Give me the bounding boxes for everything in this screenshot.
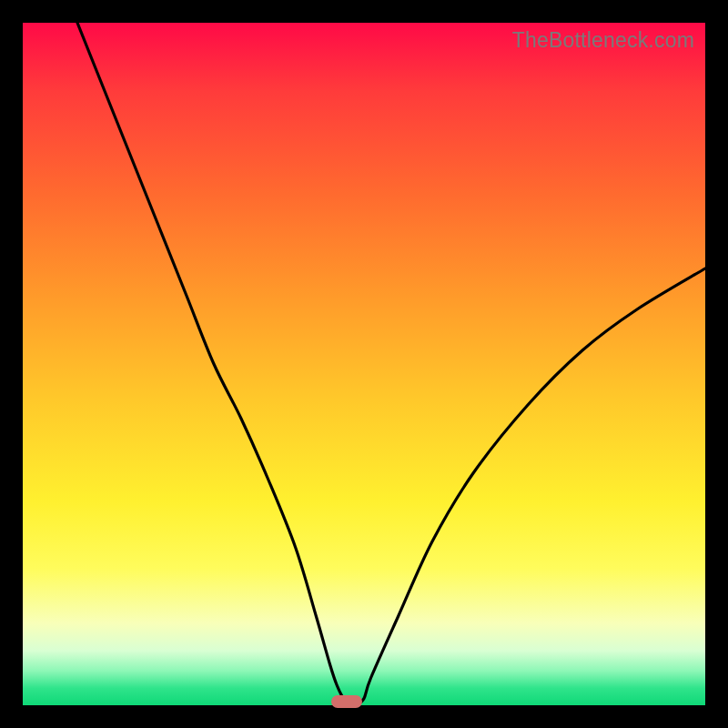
plot-area: TheBottleneck.com <box>23 23 705 705</box>
curve-path <box>77 23 705 704</box>
chart-frame: TheBottleneck.com <box>0 0 728 728</box>
bottleneck-curve <box>23 23 705 705</box>
optimal-marker <box>331 695 362 708</box>
